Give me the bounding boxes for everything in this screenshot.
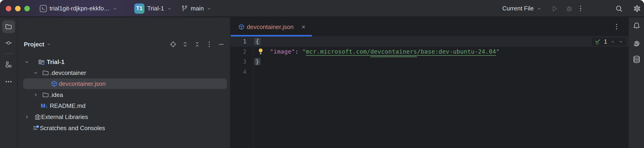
tree-row-label: .devcontainer [50,68,86,78]
inspections-count: 1 [604,38,607,45]
code-line: 4 [230,67,628,77]
tree-row-external-libraries[interactable]: External Libraries [18,112,230,122]
tab-devcontainer-json[interactable]: devcontainer.json [230,17,312,36]
database-icon[interactable] [632,55,641,64]
task-badge: T1 [134,4,144,14]
code-token: } [254,58,260,65]
expand-all-button[interactable] [182,41,189,48]
panel-title[interactable]: Project [24,41,44,48]
code-editor[interactable]: 1 { 2 "image": "mcr.microsoft.com/devcon… [230,36,628,148]
folder-icon [5,23,12,30]
minimize-window-button[interactable] [15,6,20,11]
close-window-button[interactable] [6,6,11,11]
zoom-window-button[interactable] [24,6,30,11]
titlebar: trial1git-rdjkpn-ekkfo… T1 Trial-1 main [0,0,644,17]
folder-icon [42,90,50,100]
tree-row-devcontainer-json[interactable]: devcontainer.json [18,78,230,89]
tree-row-label: External Libraries [41,112,88,122]
main-area: Project [0,17,644,148]
editor-tab-bar: devcontainer.json [230,17,628,36]
project-folder-icon [38,57,45,67]
close-tab-icon[interactable] [301,24,306,30]
project-widget-label: trial1git-rdjkpn-ekkfo… [50,5,110,12]
intention-lightbulb-icon[interactable] [257,48,264,56]
hide-panel-button[interactable] [218,41,225,48]
chevron-down-icon [206,6,212,11]
project-widget[interactable]: trial1git-rdjkpn-ekkfo… [40,0,118,17]
chevron-down-icon [536,6,542,11]
editor-area: devcontainer.json 1 { [230,17,628,148]
external-libraries-icon [34,112,42,122]
tree-row-label: .idea [50,90,63,100]
tree-row-devcontainer-folder[interactable]: .devcontainer [18,68,230,78]
select-opened-file-button[interactable] [170,41,177,48]
task-widget[interactable]: T1 Trial-1 [134,0,172,17]
tab-label: devcontainer.json [247,24,294,31]
markdown-icon: M↓ [41,100,48,111]
more-actions-button[interactable] [580,6,581,11]
chevron-down-icon [167,6,172,11]
chevron-down-icon [23,57,30,67]
typo-highlight: devcontainers [370,48,417,55]
previous-problem-chevron-icon[interactable] [610,39,615,44]
macos-window-controls [6,0,30,17]
run-button[interactable] [550,5,558,13]
chevron-down-icon [32,68,39,78]
panel-options-button[interactable] [206,41,213,48]
terminal-project-icon [40,5,47,12]
line-number: 3 [230,57,254,67]
next-problem-chevron-icon[interactable] [618,39,624,44]
code-line: 1 { [230,36,628,47]
inspections-widget[interactable]: 1 [591,37,627,46]
more-tool-windows-button[interactable] [5,78,12,86]
project-panel: Project [18,17,230,148]
collapse-all-button[interactable] [194,41,201,48]
ide-window: trial1git-rdjkpn-ekkfo… T1 Trial-1 main [0,0,644,148]
run-configuration-selector[interactable]: Current File [502,5,534,12]
ai-assistant-icon[interactable] [632,39,641,47]
structure-tool-button[interactable] [5,61,12,68]
json-key-token: "image" [270,48,295,55]
line-number: 4 [230,67,254,77]
git-branch-icon [181,5,188,12]
tab-options-button[interactable] [616,24,617,30]
chevron-down-icon [112,6,118,11]
chevron-down-icon [46,42,51,47]
devcontainer-cube-icon [50,78,58,89]
right-tool-stripe [628,17,644,148]
code-line: 3 } [230,57,628,67]
git-branch-label: main [191,5,204,12]
project-tool-button[interactable] [2,20,15,33]
stripe-divider [3,53,14,54]
line-number: 2 [230,47,254,57]
no-problems-check-icon [594,39,601,45]
folder-icon [42,68,50,78]
tree-row-label: Trial-1 [47,57,64,67]
line-number: 1 [230,36,254,47]
settings-gear-icon[interactable] [633,5,641,13]
tree-row-scratches[interactable]: Scratches and Consoles [18,123,230,133]
code-line: 2 "image": "mcr.microsoft.com/devcontain… [230,47,628,57]
scratches-icon [32,123,40,133]
git-branch-widget[interactable]: main [181,0,212,17]
tree-row-label: devcontainer.json [59,78,106,89]
json-string-link-token[interactable]: mcr.microsoft.com/devcontainers/base:dev… [306,48,496,55]
search-everywhere-button[interactable] [615,5,623,13]
tree-row-label: README.md [50,100,86,111]
notifications-bell-icon[interactable] [632,22,641,30]
devcontainer-cube-icon [238,24,245,30]
tree-row-readme[interactable]: M↓ README.md [18,100,230,111]
commit-tool-button[interactable] [5,39,12,47]
chevron-right-icon [32,90,39,100]
project-panel-header: Project [18,40,230,48]
task-name-label: Trial-1 [147,5,164,12]
titlebar-actions: Current File [502,0,641,17]
chevron-right-icon [23,112,30,122]
tree-row-idea-folder[interactable]: .idea [18,90,230,100]
tree-row-project-root[interactable]: Trial-1 [18,57,230,67]
tree-row-label: Scratches and Consoles [40,123,105,133]
debug-button[interactable] [565,5,573,13]
code-token: { [254,38,260,45]
left-tool-stripe [0,17,17,148]
